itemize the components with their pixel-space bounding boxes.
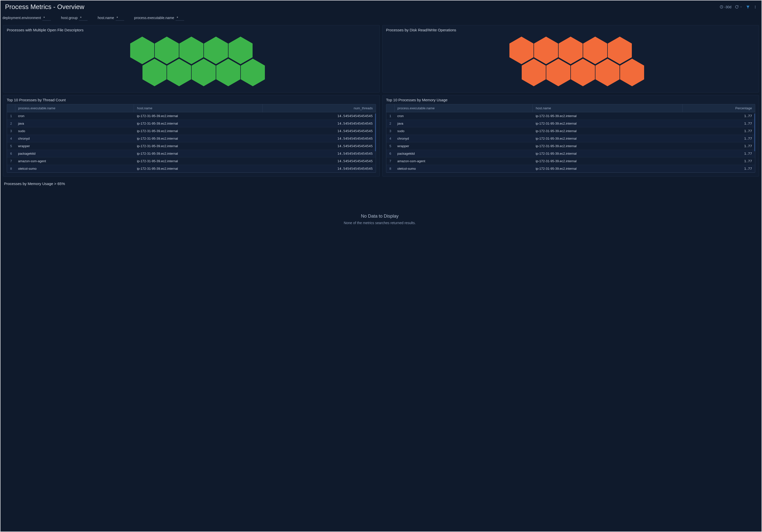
panel-memory-over-65: Processes by Memory Usage > 65% No Data … <box>3 179 759 254</box>
col-header[interactable]: host.name <box>533 104 682 112</box>
honeycomb-cell[interactable] <box>241 59 265 86</box>
svg-point-2 <box>755 7 755 7</box>
filter-process-executable-name[interactable]: process.executable.name* <box>134 16 184 21</box>
filter-value[interactable]: * <box>79 16 88 21</box>
panel-disk-ops: Processes by Disk Read/Write Operations <box>382 25 759 93</box>
cell: 1.77 <box>682 127 755 135</box>
table-row[interactable]: 1cronip-172-31-95-39.ec2.internal14.5454… <box>7 112 376 120</box>
panel-title: Processes with Multiple Open File Descri… <box>7 28 376 32</box>
table-row[interactable]: 6packagekitdip-172-31-95-39.ec2.internal… <box>386 150 755 158</box>
more-menu-button[interactable] <box>753 5 757 9</box>
cell: 14.545454545454545 <box>263 112 376 120</box>
cell: ip-172-31-95-39.ec2.internal <box>533 120 682 127</box>
honeycomb-chart[interactable] <box>7 34 376 89</box>
row-index: 7 <box>7 158 15 165</box>
honeycomb-cell[interactable] <box>595 59 620 86</box>
cell: amazon-ssm-agent <box>394 158 533 165</box>
row-index: 2 <box>386 120 394 127</box>
cell: ip-172-31-95-39.ec2.internal <box>134 127 263 135</box>
refresh-icon <box>735 5 739 9</box>
filter-host-name[interactable]: host.name* <box>98 16 124 21</box>
col-header[interactable]: Percentage <box>682 104 755 112</box>
honeycomb-cell[interactable] <box>216 59 240 86</box>
row-index: 1 <box>7 112 15 120</box>
filter-value[interactable]: * <box>42 16 51 21</box>
honeycomb-cell[interactable] <box>167 59 191 86</box>
table-row[interactable]: 8otelcol-sumoip-172-31-95-39.ec2.interna… <box>7 165 376 172</box>
filter-deployment-environment[interactable]: deployment.environment* <box>3 16 51 21</box>
cell: 14.545454545454545 <box>263 120 376 127</box>
time-range-selector[interactable]: -30d <box>720 5 731 9</box>
table-row[interactable]: 7amazon-ssm-agentip-172-31-95-39.ec2.int… <box>7 158 376 165</box>
cell: 1.77 <box>682 120 755 127</box>
cell: ip-172-31-95-39.ec2.internal <box>134 135 263 142</box>
cell: 14.545454545454545 <box>263 127 376 135</box>
filter-icon <box>746 5 750 9</box>
cell: cron <box>394 112 533 120</box>
table-row[interactable]: 5wrapperip-172-31-95-39.ec2.internal14.5… <box>7 142 376 150</box>
row-index: 2 <box>7 120 15 127</box>
filter-label: host.name <box>98 16 114 20</box>
honeycomb-cell[interactable] <box>522 59 546 86</box>
table-row[interactable]: 6packagekitdip-172-31-95-39.ec2.internal… <box>7 150 376 158</box>
panel-file-descriptors: Processes with Multiple Open File Descri… <box>3 25 380 93</box>
cell: ip-172-31-95-39.ec2.internal <box>533 127 682 135</box>
cell: 1.77 <box>682 165 755 172</box>
cell: sudo <box>394 127 533 135</box>
row-index: 5 <box>386 142 394 150</box>
col-header[interactable]: process.executable.name <box>394 104 533 112</box>
page-title: Process Metrics - Overview <box>5 3 84 11</box>
honeycomb-chart[interactable] <box>386 34 755 89</box>
row-index: 1 <box>386 112 394 120</box>
cell: java <box>15 120 134 127</box>
table-row[interactable]: 8otelcol-sumoip-172-31-95-39.ec2.interna… <box>386 165 755 172</box>
filter-host-group[interactable]: host.group* <box>61 16 88 21</box>
table-row[interactable]: 2javaip-172-31-95-39.ec2.internal14.5454… <box>7 120 376 127</box>
cell: 1.77 <box>682 158 755 165</box>
row-index: 4 <box>386 135 394 142</box>
cell: chronyd <box>394 135 533 142</box>
filter-label: host.group <box>61 16 78 20</box>
cell: cron <box>15 112 134 120</box>
cell: ip-172-31-95-39.ec2.internal <box>134 120 263 127</box>
cell: 14.545454545454545 <box>263 135 376 142</box>
memory-usage-table: process.executable.namehost.namePercenta… <box>386 104 755 173</box>
row-index: 8 <box>386 165 394 172</box>
col-header[interactable]: num_threads <box>263 104 376 112</box>
table-row[interactable]: 3sudoip-172-31-95-39.ec2.internal1.77 <box>386 127 755 135</box>
cell: 14.545454545454545 <box>263 150 376 158</box>
table-row[interactable]: 1cronip-172-31-95-39.ec2.internal1.77 <box>386 112 755 120</box>
table-row[interactable]: 7amazon-ssm-agentip-172-31-95-39.ec2.int… <box>386 158 755 165</box>
cell: 14.545454545454545 <box>263 142 376 150</box>
scrollbar[interactable] <box>754 113 755 151</box>
filter-value[interactable]: * <box>176 16 184 21</box>
filters-bar: deployment.environment*host.group*host.n… <box>1 13 761 25</box>
svg-point-3 <box>755 8 755 8</box>
cell: wrapper <box>394 142 533 150</box>
honeycomb-cell[interactable] <box>191 59 216 86</box>
filter-button[interactable] <box>746 5 750 9</box>
honeycomb-cell[interactable] <box>620 59 644 86</box>
no-data-title: No Data to Display <box>361 214 399 219</box>
table-row[interactable]: 2javaip-172-31-95-39.ec2.internal1.77 <box>386 120 755 127</box>
row-index: 3 <box>7 127 15 135</box>
scrollbar[interactable] <box>375 113 376 151</box>
cell: ip-172-31-95-39.ec2.internal <box>134 150 263 158</box>
honeycomb-cell[interactable] <box>142 59 167 86</box>
cell: ip-172-31-95-39.ec2.internal <box>533 135 682 142</box>
table-row[interactable]: 4chronydip-172-31-95-39.ec2.internal14.5… <box>7 135 376 142</box>
cell: 14.545454545454545 <box>263 165 376 172</box>
honeycomb-cell[interactable] <box>571 59 595 86</box>
svg-point-1 <box>755 6 755 6</box>
col-header[interactable]: host.name <box>134 104 263 112</box>
more-vertical-icon <box>753 5 757 9</box>
table-row[interactable]: 5wrapperip-172-31-95-39.ec2.internal1.77 <box>386 142 755 150</box>
table-row[interactable]: 3sudoip-172-31-95-39.ec2.internal14.5454… <box>7 127 376 135</box>
cell: ip-172-31-95-39.ec2.internal <box>533 112 682 120</box>
table-row[interactable]: 4chronydip-172-31-95-39.ec2.internal1.77 <box>386 135 755 142</box>
refresh-button[interactable] <box>735 5 742 9</box>
honeycomb-cell[interactable] <box>546 59 571 86</box>
filter-value[interactable]: * <box>115 16 124 21</box>
row-index: 3 <box>386 127 394 135</box>
col-header[interactable]: process.executable.name <box>15 104 134 112</box>
